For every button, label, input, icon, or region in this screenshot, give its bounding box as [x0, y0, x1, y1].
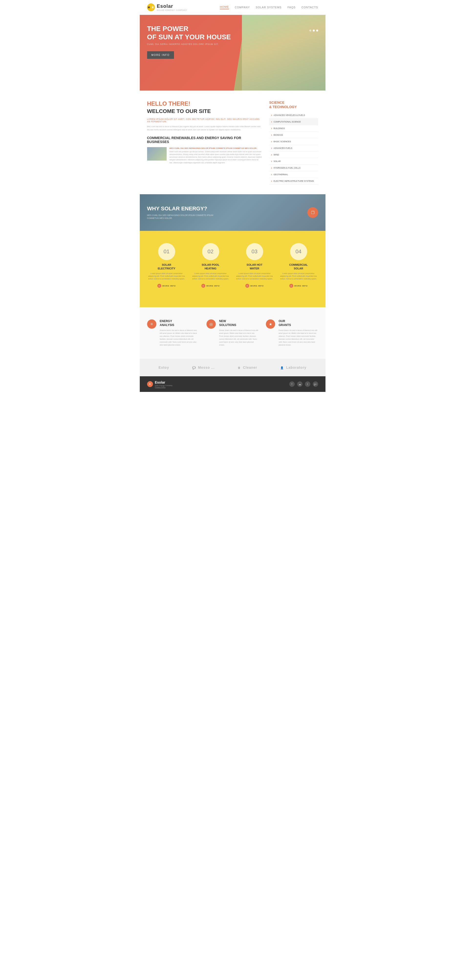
- why-solar-desc: MES CUML DIA SED INENIASINGI DOLOR IPSUM…: [147, 214, 221, 220]
- hero-section: THE POWER OF SUN AT YOUR HOUSE CUML DIA …: [140, 15, 326, 91]
- nav-contacts[interactable]: CONTACTS: [302, 6, 318, 9]
- why-solar-button[interactable]: ❐: [307, 207, 318, 218]
- nav-company[interactable]: COMPANY: [235, 6, 250, 9]
- social-twitter[interactable]: t: [305, 382, 310, 387]
- laboratory-icon: 👤: [280, 366, 284, 369]
- intro-text-gray: Mes cuml dia sed in lacus ut blanorct ps…: [147, 125, 262, 132]
- footer: ☀ Esolar Solar Energy Company Privacy Po…: [140, 376, 326, 392]
- commercial-title: COMMERCIAL RENEWABLES AND ENERGY SAVING …: [147, 136, 262, 144]
- service-4-desc: Lorem ipsum dolor sit amet consectetur a…: [279, 272, 318, 280]
- social-facebook[interactable]: f: [289, 382, 295, 387]
- messo-icon: 💬: [192, 366, 196, 369]
- energy-analysis-icon: ≡: [147, 320, 157, 329]
- hello-title: HELLO THERE!: [147, 100, 262, 107]
- service-4-cta[interactable]: + MORE INFO: [289, 284, 308, 288]
- hero-dots: [309, 30, 318, 32]
- commercial-row: MES CUML DIA SED INENIASINGI DOLOR IPSUM…: [147, 147, 262, 164]
- service-2-title: SOLAR POOLHEATING: [191, 263, 230, 270]
- feature-1-title: ENERGYANALYSIS: [160, 320, 199, 327]
- intro-text-red: LOREM IPSUM DOLOR SIT AMET, CON SECTETUR…: [147, 118, 262, 123]
- science-item-7[interactable]: WIND: [269, 151, 318, 158]
- main-content: HELLO THERE! WELCOME TO OUR SITE LOREM I…: [140, 91, 326, 194]
- dot-2[interactable]: [313, 30, 315, 32]
- service-3-title: SOLAR HOTWATER: [235, 263, 274, 270]
- services-grid: 01 SOLARELECTRICITY Lorem ipsum dolor si…: [147, 243, 318, 288]
- commercial-image: [147, 147, 167, 161]
- feature-2-title: NEWSOLUTIONS: [219, 320, 259, 327]
- service-1-desc: Lorem ipsum dolor sit amet consectetur a…: [147, 272, 186, 280]
- brand-name: Esolar: [157, 3, 173, 9]
- feature-2: ◎ NEWSOLUTIONS Donec lorem cta sed in la…: [206, 320, 259, 347]
- social-rss[interactable]: ☁: [297, 382, 302, 387]
- hero-image: [242, 15, 326, 91]
- science-item-9[interactable]: HYDROGEN & FUEL CELLS: [269, 165, 318, 171]
- features-section: ≡ ENERGYANALYSIS Graecis lorem cta sed i…: [140, 307, 326, 359]
- footer-tagline: Solar Energy Company: [155, 385, 173, 386]
- logo[interactable]: ☀ Esolar SOLAR ENERGY COMPANY: [147, 3, 187, 11]
- content-left: HELLO THERE! WELCOME TO OUR SITE LOREM I…: [147, 100, 262, 185]
- service-1-cta[interactable]: + MORE INFO: [157, 284, 176, 288]
- partner-laboratory: 👤 Laboratory: [280, 366, 307, 369]
- service-2-cta[interactable]: + MORE INFO: [201, 284, 220, 288]
- plus-icon-4: +: [289, 284, 293, 288]
- main-nav: HOME COMPANY SOLAR SYSTEMS FAQS CONTACTS: [220, 5, 318, 9]
- footer-social: f ☁ t g+: [289, 382, 318, 387]
- feature-3-desc: Fusce lorem cta sed in lacus ut blanorct…: [278, 329, 318, 347]
- social-google-plus[interactable]: g+: [313, 382, 318, 387]
- why-solar-section: WHY SOLAR ENERGY? MES CUML DIA SED INENI…: [140, 194, 326, 231]
- service-1-number: 01: [158, 243, 175, 260]
- new-solutions-icon: ◎: [206, 320, 216, 329]
- grants-icon: ★: [266, 320, 275, 329]
- hero-subtitle: CUML DIA SERIA INGERTO ADIOTES DOLORE IP…: [147, 43, 231, 45]
- science-item-2[interactable]: COMPUTATIONAL SCIENCE: [269, 119, 318, 125]
- dot-3[interactable]: [316, 30, 318, 32]
- partner-cleaner: 🗑 Cleaner: [238, 366, 257, 369]
- cleaner-icon: 🗑: [238, 366, 241, 369]
- services-section: 01 SOLARELECTRICITY Lorem ipsum dolor si…: [140, 231, 326, 307]
- feature-3-title: OURGRANTS: [278, 320, 318, 327]
- nav-faqs[interactable]: FAQS: [288, 6, 296, 9]
- plus-icon-3: +: [245, 284, 249, 288]
- science-item-4[interactable]: BIOMASS: [269, 132, 318, 138]
- science-title: SCIENCE& TECHNOLOGY: [269, 100, 318, 109]
- dot-1[interactable]: [309, 30, 311, 32]
- service-4-title: COMMERCIALSOLAR: [279, 263, 318, 270]
- service-3-number: 03: [246, 243, 263, 260]
- feature-1: ≡ ENERGYANALYSIS Graecis lorem cta sed i…: [147, 320, 199, 347]
- hero-cta-button[interactable]: MORE INFO: [147, 51, 174, 59]
- science-sidebar: SCIENCE& TECHNOLOGY ADVANCED VEHICLES & …: [269, 100, 318, 185]
- service-1: 01 SOLARELECTRICITY Lorem ipsum dolor si…: [147, 243, 186, 288]
- science-item-8[interactable]: SOLAR: [269, 158, 318, 165]
- partners-section: Extoy 💬 Messo ... 🗑 Cleaner 👤 Laboratory: [140, 359, 326, 376]
- service-3-cta[interactable]: + MORE INFO: [245, 284, 264, 288]
- feature-2-desc: Donec lorem cta sed in lacus ut blanorct…: [219, 329, 259, 347]
- science-list: ADVANCED VEHICLES & FUELS COMPUTATIONAL …: [269, 112, 318, 185]
- science-item-6[interactable]: ADVANCED FUELS: [269, 145, 318, 151]
- partner-messo: 💬 Messo ...: [192, 366, 215, 369]
- nav-solar-systems[interactable]: SOLAR SYSTEMS: [256, 6, 282, 9]
- partner-extoy: Extoy: [158, 366, 169, 369]
- service-2: 02 SOLAR POOLHEATING Lorem ipsum dolor s…: [191, 243, 230, 288]
- footer-logo: ☀ Esolar Solar Energy Company Privacy Po…: [147, 380, 173, 388]
- service-3-desc: Lorem ipsum dolor sit amet consectetur a…: [235, 272, 274, 280]
- service-1-title: SOLARELECTRICITY: [147, 263, 186, 270]
- service-4: 04 COMMERCIALSOLAR Lorem ipsum dolor sit…: [279, 243, 318, 288]
- footer-logo-icon: ☀: [147, 381, 153, 387]
- plus-icon: +: [157, 284, 161, 288]
- brand-tagline: SOLAR ENERGY COMPANY: [157, 9, 187, 11]
- commercial-red-text: MES CUML DIA SED INENIASINGI DOLOR IPSUM…: [169, 147, 262, 150]
- footer-brand-name: Esolar: [155, 380, 165, 384]
- science-item-11[interactable]: ELECTRIC INFRASTRUCTURE SYSTEMS: [269, 178, 318, 185]
- science-item-3[interactable]: BUILDINGS: [269, 125, 318, 132]
- footer-privacy[interactable]: Privacy Policy: [155, 386, 173, 388]
- feature-3: ★ OURGRANTS Fusce lorem cta sed in lacus…: [266, 320, 318, 347]
- why-solar-title: WHY SOLAR ENERGY?: [147, 205, 221, 212]
- welcome-title: WELCOME TO OUR SITE: [147, 108, 262, 115]
- service-4-number: 04: [290, 243, 307, 260]
- science-item-1[interactable]: ADVANCED VEHICLES & FUELS: [269, 112, 318, 119]
- nav-home[interactable]: HOME: [220, 5, 229, 9]
- commercial-gray-text: Dolor nore nisl puttatum qui dio ips con…: [169, 150, 262, 164]
- science-item-10[interactable]: GEOTHERMAL: [269, 171, 318, 178]
- science-item-5[interactable]: BASIC SCIENCES: [269, 138, 318, 145]
- header: ☀ Esolar SOLAR ENERGY COMPANY HOME COMPA…: [140, 0, 326, 15]
